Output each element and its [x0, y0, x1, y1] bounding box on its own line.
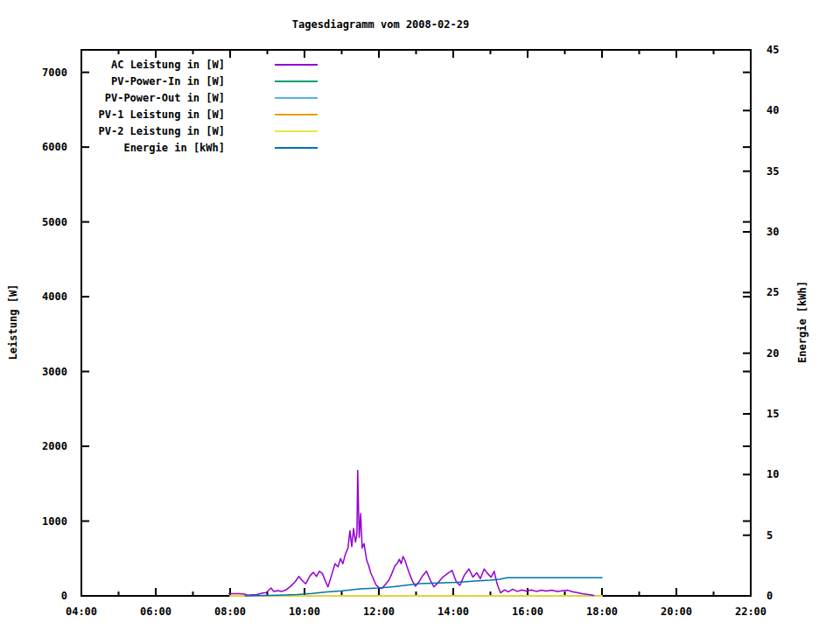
- y-tick-label: 3000: [42, 366, 67, 378]
- x-tick-label: 04:00: [66, 606, 97, 618]
- legend-line-sample: [275, 64, 318, 66]
- legend-label: AC Leistung in [W]: [0, 59, 225, 71]
- x-tick-label: 16:00: [512, 606, 543, 618]
- y2-tick-label: 10: [766, 468, 779, 480]
- y2-tick-label: 35: [766, 165, 779, 178]
- y-tick-label: 5000: [42, 216, 67, 228]
- y-tick-label: 4000: [42, 290, 67, 303]
- legend-line-sample: [275, 147, 318, 149]
- x-tick-label: 10:00: [289, 606, 320, 618]
- legend-entry-pv-power-out: PV-Power-Out in [W]: [0, 89, 318, 106]
- y-tick-label: 0: [61, 590, 67, 602]
- y2-tick-label: 20: [766, 347, 779, 360]
- y2-axis-label: Energie [kWh]: [796, 234, 810, 410]
- legend-label: PV-Power-In in [W]: [0, 75, 225, 88]
- x-tick-label: 08:00: [214, 606, 246, 618]
- legend-label: Energie in [kWh]: [0, 142, 225, 154]
- y2-tick-label: 30: [766, 226, 779, 238]
- x-tick-label: 06:00: [140, 606, 172, 618]
- legend-line-sample: [275, 97, 318, 99]
- tagesdiagramm-chart: 04:0006:0008:0010:0012:0014:0016:0018:00…: [0, 0, 840, 630]
- legend-line-sample: [275, 80, 318, 82]
- y2-tick-label: 0: [766, 590, 773, 602]
- legend-label: PV-2 Leistung in [W]: [0, 125, 225, 137]
- series-line-ac-leistung-in-w: [229, 470, 594, 595]
- y-tick-label: 2000: [42, 440, 67, 452]
- legend-entry-energie: Energie in [kWh]: [0, 139, 318, 156]
- y2-tick-label: 25: [766, 286, 779, 298]
- y-axis-label: Leistung [W]: [7, 234, 21, 410]
- legend-entry-pv-power-in: PV-Power-In in [W]: [0, 73, 318, 89]
- legend-entry-pv1-leistung: PV-1 Leistung in [W]: [0, 106, 318, 122]
- x-tick-label: 18:00: [586, 606, 618, 618]
- legend-label: PV-Power-Out in [W]: [0, 92, 225, 104]
- y2-tick-label: 15: [766, 408, 779, 420]
- x-tick-label: 12:00: [363, 606, 395, 618]
- x-tick-label: 22:00: [735, 606, 766, 618]
- x-tick-label: 14:00: [438, 606, 469, 618]
- legend-label: PV-1 Leistung in [W]: [0, 108, 225, 121]
- y2-tick-label: 5: [766, 529, 773, 542]
- legend-entry-ac-leistung: AC Leistung in [W]: [0, 56, 318, 73]
- y2-tick-label: 40: [766, 104, 779, 116]
- y2-tick-label: 45: [766, 44, 779, 56]
- legend-entry-pv2-leistung: PV-2 Leistung in [W]: [0, 122, 318, 139]
- x-tick-label: 20:00: [661, 606, 692, 618]
- legend-line-sample: [275, 130, 318, 132]
- series-line-energie-in-kwh: [245, 578, 602, 596]
- legend-line-sample: [275, 114, 318, 116]
- legend: AC Leistung in [W] PV-Power-In in [W] PV…: [0, 56, 318, 156]
- y-tick-label: 1000: [42, 515, 67, 528]
- chart-title: Tagesdiagramm vom 2008-02-29: [0, 18, 761, 31]
